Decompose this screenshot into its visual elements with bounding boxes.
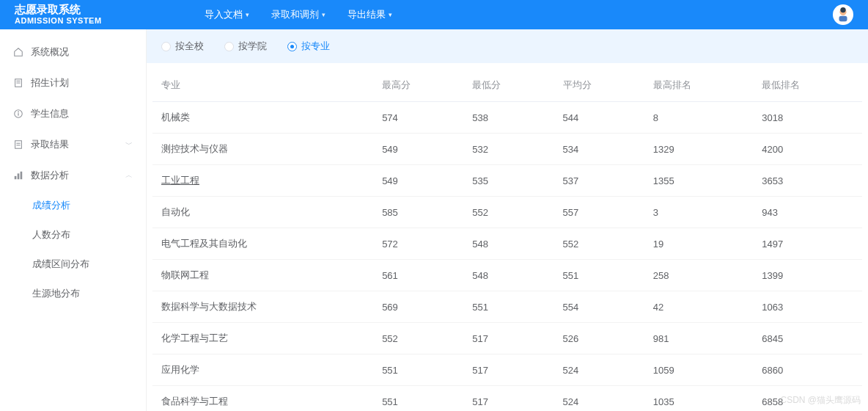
table-cell: 3653: [753, 165, 862, 197]
table-cell: 561: [373, 260, 463, 291]
table-row[interactable]: 食品科学与工程55151752410356858: [152, 386, 862, 412]
sidebar-item-label: 数据分析: [31, 169, 69, 182]
table-cell: 548: [463, 228, 553, 260]
table-cell: 机械类: [152, 102, 373, 134]
sidebar-item-4[interactable]: 数据分析︿: [0, 160, 146, 191]
table-header-cell: 最高分: [373, 69, 463, 102]
table-cell: 517: [463, 386, 553, 412]
home-icon: [13, 47, 23, 57]
table-cell: 549: [373, 165, 463, 197]
table-row[interactable]: 物联网工程5615485512581399: [152, 260, 862, 291]
sidebar-item-label: 系统概况: [31, 46, 69, 59]
svg-rect-1: [839, 16, 847, 21]
table-cell: 981: [644, 323, 754, 354]
table-cell: 6858: [753, 386, 862, 412]
top-menu-item-0[interactable]: 导入文档▾: [205, 8, 249, 21]
table-cell: 524: [554, 386, 644, 412]
table-cell: 1059: [644, 354, 754, 386]
sidebar-item-label: 招生计划: [31, 76, 69, 90]
table-row[interactable]: 工业工程54953553713553653: [152, 165, 862, 197]
table-cell: 551: [463, 291, 553, 323]
table-cell: 19: [644, 228, 754, 260]
table-cell: 6860: [753, 354, 862, 386]
table-cell: 557: [554, 197, 644, 228]
chevron-down-icon: ﹀: [125, 139, 133, 150]
radio-icon: [287, 42, 297, 51]
radio-icon: [161, 42, 171, 51]
sidebar-item-3[interactable]: 录取结果﹀: [0, 129, 146, 160]
table-cell: 物联网工程: [152, 260, 373, 291]
table-cell: 943: [753, 197, 862, 228]
table-row[interactable]: 数据科学与大数据技术569551554421063: [152, 291, 862, 323]
table-row[interactable]: 机械类57453854483018: [152, 102, 862, 134]
top-header: 志愿录取系统 ADMISSION SYSTEM 导入文档▾录取和调剂▾导出结果▾: [0, 0, 868, 29]
chevron-down-icon: ▾: [246, 11, 249, 18]
table-row[interactable]: 应用化学55151752410596860: [152, 354, 862, 386]
table-cell: 工业工程: [152, 165, 373, 197]
table-cell: 538: [463, 102, 553, 134]
app-title: 志愿录取系统: [15, 3, 102, 16]
sidebar-subitem-4-0[interactable]: 成绩分析: [0, 191, 146, 220]
table-header-cell: 平均分: [554, 69, 644, 102]
sidebar-item-label: 录取结果: [31, 138, 69, 151]
top-menu-item-2[interactable]: 导出结果▾: [347, 8, 392, 21]
table-cell: 3: [644, 197, 754, 228]
table-cell: 537: [554, 165, 644, 197]
sidebar-subitem-4-2[interactable]: 成绩区间分布: [0, 250, 146, 279]
table-cell: 569: [373, 291, 463, 323]
table-header-cell: 最低分: [463, 69, 553, 102]
table-cell: 1355: [644, 165, 754, 197]
sidebar-item-1[interactable]: 招生计划: [0, 68, 146, 98]
table-row[interactable]: 电气工程及其自动化572548552191497: [152, 228, 862, 260]
table-cell: 552: [463, 197, 553, 228]
table-cell: 自动化: [152, 197, 373, 228]
radio-icon: [224, 42, 234, 51]
table-container: 专业最高分最低分平均分最高排名最低排名 机械类57453854483018测控技…: [147, 69, 868, 411]
avatar[interactable]: [833, 4, 853, 25]
table-cell: 526: [554, 323, 644, 354]
table-cell: 517: [463, 354, 553, 386]
table-cell: 544: [554, 102, 644, 134]
table-cell: 化学工程与工艺: [152, 323, 373, 354]
top-menu-item-1[interactable]: 录取和调剂▾: [271, 8, 326, 21]
table-cell: 6845: [753, 323, 862, 354]
sidebar-subitem-4-3[interactable]: 生源地分布: [0, 279, 146, 308]
logo: 志愿录取系统 ADMISSION SYSTEM: [15, 3, 102, 26]
table-cell: 4200: [753, 134, 862, 165]
table-cell: 42: [644, 291, 754, 323]
table-cell: 534: [554, 134, 644, 165]
filter-radio-1[interactable]: 按学院: [224, 40, 267, 53]
chevron-down-icon: ▾: [389, 11, 392, 18]
table-row[interactable]: 自动化5855525573943: [152, 197, 862, 228]
table-cell: 548: [463, 260, 553, 291]
sidebar-subitem-4-1[interactable]: 人数分布: [0, 220, 146, 250]
table-cell: 554: [554, 291, 644, 323]
table-cell: 1497: [753, 228, 862, 260]
table-header-row: 专业最高分最低分平均分最高排名最低排名: [152, 69, 862, 102]
table-header-cell: 最高排名: [644, 69, 754, 102]
sidebar-item-2[interactable]: 学生信息: [0, 98, 146, 129]
svg-rect-12: [15, 176, 17, 179]
table-cell: 3018: [753, 102, 862, 134]
table-header-cell: 最低排名: [753, 69, 862, 102]
filter-radio-0[interactable]: 按全校: [161, 40, 204, 53]
data-table: 专业最高分最低分平均分最高排名最低排名 机械类57453854483018测控技…: [152, 69, 862, 411]
table-cell: 549: [373, 134, 463, 165]
sidebar: 系统概况招生计划学生信息录取结果﹀数据分析︿成绩分析人数分布成绩区间分布生源地分…: [0, 29, 147, 411]
table-row[interactable]: 化学工程与工艺5525175269816845: [152, 323, 862, 354]
table-row[interactable]: 测控技术与仪器54953253413294200: [152, 134, 862, 165]
table-cell: 552: [373, 323, 463, 354]
svg-point-2: [840, 7, 845, 12]
sidebar-item-0[interactable]: 系统概况: [0, 37, 146, 68]
table-cell: 524: [554, 354, 644, 386]
table-cell: 应用化学: [152, 354, 373, 386]
table-cell: 585: [373, 197, 463, 228]
table-cell: 574: [373, 102, 463, 134]
top-menu-label: 录取和调剂: [271, 8, 319, 21]
top-menu-label: 导出结果: [347, 8, 386, 21]
svg-rect-14: [21, 172, 23, 180]
top-menu: 导入文档▾录取和调剂▾导出结果▾: [205, 8, 833, 21]
table-cell: 1035: [644, 386, 754, 412]
filter-radio-2[interactable]: 按专业: [287, 40, 330, 53]
table-cell: 551: [554, 260, 644, 291]
